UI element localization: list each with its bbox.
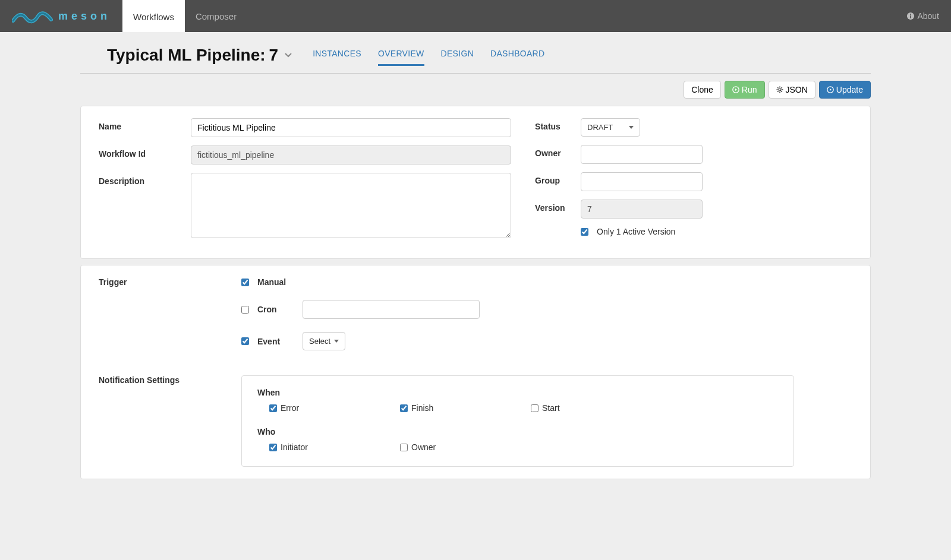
- notification-section-label: Notification Settings: [99, 375, 241, 385]
- title-version: 7: [269, 46, 279, 65]
- page-title: Typical ML Pipeline: 7: [107, 46, 292, 65]
- svg-line-10: [781, 91, 782, 91]
- trigger-manual-label: Manual: [257, 277, 294, 287]
- tab-instances[interactable]: INSTANCES: [313, 44, 361, 66]
- chevron-down-icon: [284, 52, 292, 58]
- trigger-cron-label: Cron: [257, 305, 294, 314]
- caret-down-icon: [334, 340, 339, 343]
- play-icon: [732, 86, 739, 93]
- notification-box: When Error Finish Start Who Initiator Ow…: [241, 375, 794, 467]
- when-error-checkbox[interactable]: [269, 404, 277, 412]
- when-error-label: Error: [281, 403, 299, 413]
- update-button[interactable]: Update: [819, 81, 871, 99]
- trigger-event-checkbox[interactable]: [241, 337, 249, 345]
- trigger-cron-checkbox[interactable]: [241, 306, 249, 314]
- nav-composer[interactable]: Composer: [185, 0, 247, 32]
- svg-rect-2: [911, 15, 912, 18]
- about-label: About: [917, 11, 939, 21]
- svg-line-11: [777, 91, 778, 91]
- status-select[interactable]: DRAFT: [581, 118, 640, 137]
- run-label: Run: [742, 85, 757, 94]
- event-select-value: Select: [309, 337, 330, 346]
- who-owner-checkbox[interactable]: [400, 444, 408, 451]
- description-textarea[interactable]: [191, 173, 511, 238]
- owner-input[interactable]: [581, 145, 703, 164]
- name-input[interactable]: [191, 118, 511, 137]
- when-finish-checkbox[interactable]: [400, 404, 408, 412]
- when-start-label: Start: [542, 403, 560, 413]
- action-buttons: Clone Run JSON Update: [80, 74, 871, 106]
- who-heading: Who: [257, 427, 778, 436]
- trigger-section-label: Trigger: [99, 277, 241, 287]
- who-owner-label: Owner: [411, 442, 436, 452]
- gear-icon: [776, 86, 783, 93]
- update-label: Update: [836, 85, 863, 94]
- nav-about[interactable]: About: [906, 11, 939, 21]
- json-label: JSON: [786, 85, 808, 94]
- top-nav: MESON Workflows Composer About: [0, 0, 951, 32]
- group-input[interactable]: [581, 172, 703, 191]
- event-select[interactable]: Select: [303, 332, 345, 350]
- when-start-checkbox[interactable]: [531, 404, 539, 412]
- logo-mark: [12, 8, 53, 24]
- when-finish-label: Finish: [411, 403, 433, 413]
- svg-point-1: [910, 14, 911, 15]
- trigger-panel: Trigger Manual Cron Event Select: [80, 265, 871, 479]
- caret-down-icon: [629, 126, 634, 129]
- nav-items: Workflows Composer: [122, 0, 247, 32]
- brand-logo[interactable]: MESON: [12, 8, 111, 24]
- brand-text: MESON: [58, 10, 111, 23]
- group-label: Group: [535, 172, 581, 185]
- update-icon: [827, 86, 834, 93]
- run-button[interactable]: Run: [725, 81, 765, 99]
- title-dropdown-icon[interactable]: [284, 52, 292, 58]
- tab-dashboard[interactable]: DASHBOARD: [490, 44, 544, 66]
- json-button[interactable]: JSON: [769, 81, 815, 99]
- workflow-id-label: Workflow Id: [99, 145, 191, 159]
- description-label: Description: [99, 173, 191, 186]
- tab-overview[interactable]: OVERVIEW: [378, 44, 424, 66]
- name-label: Name: [99, 118, 191, 131]
- svg-point-4: [779, 88, 781, 91]
- status-value: DRAFT: [587, 123, 613, 132]
- cron-input[interactable]: [303, 300, 480, 319]
- tab-design[interactable]: DESIGN: [441, 44, 474, 66]
- status-label: Status: [535, 118, 581, 131]
- workflow-id-input: [191, 145, 511, 164]
- svg-line-9: [777, 87, 778, 88]
- who-initiator-checkbox[interactable]: [269, 444, 277, 451]
- subtabs: INSTANCES OVERVIEW DESIGN DASHBOARD: [313, 44, 544, 66]
- who-initiator-label: Initiator: [281, 442, 308, 452]
- title-prefix: Typical ML Pipeline:: [107, 46, 266, 65]
- trigger-event-label: Event: [257, 337, 294, 346]
- when-heading: When: [257, 388, 778, 397]
- info-icon: [906, 12, 915, 20]
- only-active-checkbox[interactable]: [581, 228, 588, 236]
- nav-workflows[interactable]: Workflows: [122, 0, 185, 32]
- owner-label: Owner: [535, 145, 581, 158]
- only-active-label: Only 1 Active Version: [597, 227, 675, 236]
- svg-line-12: [781, 87, 782, 88]
- details-panel: Name Workflow Id Description Status DRAF…: [80, 106, 871, 259]
- version-input: [581, 200, 703, 219]
- page-header: Typical ML Pipeline: 7 INSTANCES OVERVIE…: [80, 32, 871, 74]
- clone-button[interactable]: Clone: [684, 81, 721, 99]
- trigger-manual-checkbox[interactable]: [241, 279, 249, 286]
- version-label: Version: [535, 200, 581, 213]
